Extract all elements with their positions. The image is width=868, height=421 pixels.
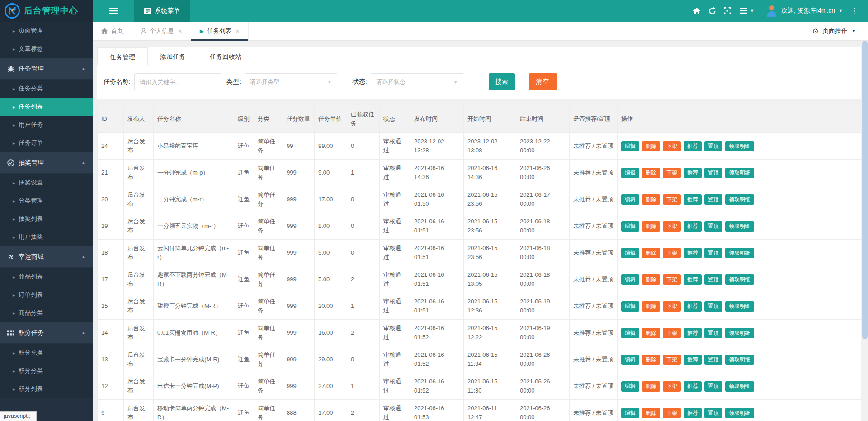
tab-任务列表[interactable]: ▶任务列表× bbox=[191, 22, 249, 40]
action-delete[interactable]: 删除 bbox=[642, 355, 660, 365]
action-stick-top[interactable]: 置顶 bbox=[704, 274, 722, 285]
sidebar-item-19[interactable]: ▸积分列表 bbox=[0, 380, 93, 398]
action-stick-top[interactable]: 置顶 bbox=[704, 301, 722, 312]
action-claim-detail[interactable]: 领取明细 bbox=[725, 194, 754, 205]
action-offline[interactable]: 下架 bbox=[663, 355, 681, 365]
action-delete[interactable]: 删除 bbox=[642, 408, 660, 418]
sidebar-section-12[interactable]: 幸运商城▲ bbox=[0, 246, 93, 268]
action-offline[interactable]: 下架 bbox=[663, 274, 681, 285]
action-claim-detail[interactable]: 领取明细 bbox=[725, 168, 754, 178]
system-menu-tab[interactable]: 系统菜单 bbox=[134, 0, 190, 22]
action-stick-top[interactable]: 置顶 bbox=[704, 355, 722, 365]
close-icon[interactable]: × bbox=[236, 27, 240, 35]
action-offline[interactable]: 下架 bbox=[663, 194, 681, 205]
action-edit[interactable]: 编辑 bbox=[621, 328, 639, 338]
sidebar-section-16[interactable]: 积分任务▲ bbox=[0, 322, 93, 344]
action-edit[interactable]: 编辑 bbox=[621, 168, 639, 178]
sidebar-item-10[interactable]: ▸抽奖列表 bbox=[0, 210, 93, 228]
action-stick-top[interactable]: 置顶 bbox=[704, 141, 722, 151]
sidebar-item-3[interactable]: ▸任务分类 bbox=[0, 80, 93, 98]
action-claim-detail[interactable]: 领取明细 bbox=[725, 328, 754, 338]
layout-menu-icon[interactable]: ▼ bbox=[735, 0, 759, 22]
action-recommend[interactable]: 推荐 bbox=[684, 248, 702, 258]
home-icon[interactable] bbox=[689, 0, 704, 22]
sidebar-item-4[interactable]: ▸任务列表 bbox=[0, 98, 93, 116]
tab-首页[interactable]: 首页 bbox=[93, 22, 132, 40]
action-recommend[interactable]: 推荐 bbox=[684, 355, 702, 365]
sidebar-section-2[interactable]: 任务管理▲ bbox=[0, 58, 93, 80]
action-recommend[interactable]: 推荐 bbox=[684, 408, 702, 418]
sidebar-item-6[interactable]: ▸任务订单 bbox=[0, 134, 93, 152]
fullscreen-icon[interactable] bbox=[720, 0, 735, 22]
action-edit[interactable]: 编辑 bbox=[621, 141, 639, 151]
action-delete[interactable]: 删除 bbox=[642, 328, 660, 338]
sidebar-section-7[interactable]: 抽奖管理▲ bbox=[0, 152, 93, 174]
type-select[interactable]: 请选择类型 ▼ bbox=[245, 73, 337, 90]
action-delete[interactable]: 删除 bbox=[642, 381, 660, 392]
scrollbar-thumb[interactable] bbox=[862, 41, 868, 339]
action-claim-detail[interactable]: 领取明细 bbox=[725, 381, 754, 392]
action-offline[interactable]: 下架 bbox=[663, 381, 681, 392]
action-delete[interactable]: 删除 bbox=[642, 221, 660, 232]
kebab-menu-icon[interactable] bbox=[847, 0, 861, 22]
action-recommend[interactable]: 推荐 bbox=[684, 328, 702, 338]
sidebar-item-11[interactable]: ▸用户抽奖 bbox=[0, 228, 93, 246]
action-edit[interactable]: 编辑 bbox=[621, 355, 639, 365]
task-name-input[interactable] bbox=[134, 73, 221, 90]
sidebar-item-15[interactable]: ▸商品分类 bbox=[0, 304, 93, 322]
action-claim-detail[interactable]: 领取明细 bbox=[725, 301, 754, 312]
action-stick-top[interactable]: 置顶 bbox=[704, 328, 722, 338]
sidebar-item-0[interactable]: ▸页面管理 bbox=[0, 22, 93, 40]
action-stick-top[interactable]: 置顶 bbox=[704, 194, 722, 205]
sidebar-item-17[interactable]: ▸积分兑换 bbox=[0, 344, 93, 362]
action-stick-top[interactable]: 置顶 bbox=[704, 168, 722, 178]
action-offline[interactable]: 下架 bbox=[663, 328, 681, 338]
close-icon[interactable]: × bbox=[178, 27, 182, 35]
tab-个人信息[interactable]: 个人信息× bbox=[132, 22, 191, 40]
action-claim-detail[interactable]: 领取明细 bbox=[725, 274, 754, 285]
panel-tab-任务回收站[interactable]: 任务回收站 bbox=[198, 47, 254, 66]
action-claim-detail[interactable]: 领取明细 bbox=[725, 248, 754, 258]
action-claim-detail[interactable]: 领取明细 bbox=[725, 408, 754, 418]
action-stick-top[interactable]: 置顶 bbox=[704, 248, 722, 258]
refresh-icon[interactable] bbox=[704, 0, 720, 22]
sidebar-item-5[interactable]: ▸用户任务 bbox=[0, 116, 93, 134]
sidebar-item-18[interactable]: ▸积分分类 bbox=[0, 362, 93, 380]
panel-tab-添加任务[interactable]: 添加任务 bbox=[148, 47, 198, 66]
action-recommend[interactable]: 推荐 bbox=[684, 274, 702, 285]
action-edit[interactable]: 编辑 bbox=[621, 194, 639, 205]
action-recommend[interactable]: 推荐 bbox=[684, 168, 702, 178]
page-ops-button[interactable]: ⊙ 页面操作 ▼ bbox=[800, 22, 868, 40]
sidebar-item-14[interactable]: ▸订单列表 bbox=[0, 286, 93, 304]
action-stick-top[interactable]: 置顶 bbox=[704, 221, 722, 232]
action-edit[interactable]: 编辑 bbox=[621, 381, 639, 392]
menu-fold-icon[interactable] bbox=[93, 0, 134, 22]
action-stick-top[interactable]: 置顶 bbox=[704, 381, 722, 392]
action-edit[interactable]: 编辑 bbox=[621, 301, 639, 312]
action-delete[interactable]: 删除 bbox=[642, 248, 660, 258]
user-menu[interactable]: 欢迎, 资源库i4m.cn ▼ bbox=[766, 5, 843, 17]
action-edit[interactable]: 编辑 bbox=[621, 408, 639, 418]
sidebar-item-8[interactable]: ▸抽奖设置 bbox=[0, 174, 93, 192]
panel-tab-任务管理[interactable]: 任务管理 bbox=[97, 47, 148, 66]
action-claim-detail[interactable]: 领取明细 bbox=[725, 141, 754, 151]
sidebar-item-9[interactable]: ▸分类管理 bbox=[0, 192, 93, 210]
action-recommend[interactable]: 推荐 bbox=[684, 221, 702, 232]
sidebar-item-13[interactable]: ▸商品列表 bbox=[0, 268, 93, 286]
sidebar-item-1[interactable]: ▸文章标签 bbox=[0, 40, 93, 58]
action-offline[interactable]: 下架 bbox=[663, 301, 681, 312]
action-offline[interactable]: 下架 bbox=[663, 221, 681, 232]
action-offline[interactable]: 下架 bbox=[663, 408, 681, 418]
action-claim-detail[interactable]: 领取明细 bbox=[725, 355, 754, 365]
vertical-scrollbar[interactable] bbox=[862, 41, 868, 421]
action-edit[interactable]: 编辑 bbox=[621, 274, 639, 285]
action-edit[interactable]: 编辑 bbox=[621, 221, 639, 232]
action-delete[interactable]: 删除 bbox=[642, 141, 660, 151]
action-offline[interactable]: 下架 bbox=[663, 168, 681, 178]
action-offline[interactable]: 下架 bbox=[663, 141, 681, 151]
action-recommend[interactable]: 推荐 bbox=[684, 381, 702, 392]
action-delete[interactable]: 删除 bbox=[642, 194, 660, 205]
status-select[interactable]: 请选择状态 ▼ bbox=[371, 73, 463, 90]
search-button[interactable]: 搜索 bbox=[489, 73, 515, 90]
action-delete[interactable]: 删除 bbox=[642, 301, 660, 312]
